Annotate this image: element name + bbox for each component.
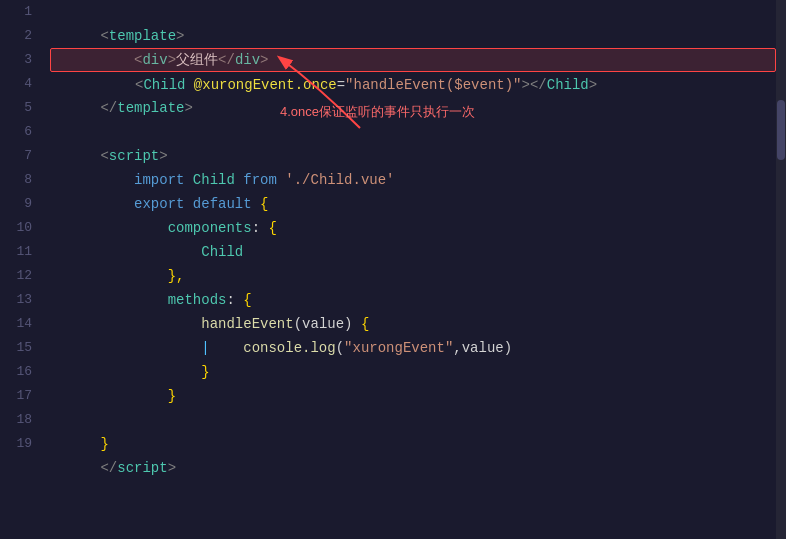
code-line-13: handleEvent(value) { — [50, 288, 776, 312]
line-num-6: 6 — [0, 120, 32, 144]
code-line-16: } — [50, 360, 776, 384]
code-line-19: </script> — [50, 432, 776, 456]
line-num-12: 12 — [0, 264, 32, 288]
editor-container: 1 2 3 4 5 6 7 8 9 10 11 12 13 14 15 16 1… — [0, 0, 786, 539]
line-num-11: 11 — [0, 240, 32, 264]
code-line-8: export default { — [50, 168, 776, 192]
line-num-8: 8 — [0, 168, 32, 192]
code-line-17 — [50, 384, 776, 408]
line-num-14: 14 — [0, 312, 32, 336]
code-line-2: <div>父组件</div> — [50, 24, 776, 48]
line-numbers: 1 2 3 4 5 6 7 8 9 10 11 12 13 14 15 16 1… — [0, 0, 40, 539]
code-line-10: Child — [50, 216, 776, 240]
scrollbar-thumb[interactable] — [777, 100, 785, 160]
line-num-18: 18 — [0, 408, 32, 432]
token: script — [117, 460, 167, 476]
line-num-16: 16 — [0, 360, 32, 384]
token: > — [168, 460, 176, 476]
line-num-1: 1 — [0, 0, 32, 24]
line-num-9: 9 — [0, 192, 32, 216]
line-num-17: 17 — [0, 384, 32, 408]
scrollbar[interactable] — [776, 0, 786, 539]
code-line-3: <Child @xurongEvent.once="handleEvent($e… — [50, 48, 776, 72]
code-line-9: components: { — [50, 192, 776, 216]
code-area: <template> <div>父组件</div> <Child @xurong… — [40, 0, 776, 539]
line-num-3: 3 — [0, 48, 32, 72]
code-line-7: import Child from './Child.vue' — [50, 144, 776, 168]
code-line-12: methods: { — [50, 264, 776, 288]
code-line-6: <script> — [50, 120, 776, 144]
code-line-5 — [50, 96, 776, 120]
token: </ — [100, 460, 117, 476]
code-line-15: } — [50, 336, 776, 360]
line-num-5: 5 — [0, 96, 32, 120]
code-line-14: | console.log("xurongEvent",value) — [50, 312, 776, 336]
line-num-10: 10 — [0, 216, 32, 240]
code-line-18: } — [50, 408, 776, 432]
code-line-11: }, — [50, 240, 776, 264]
code-line-1: <template> — [50, 0, 776, 24]
line-num-2: 2 — [0, 24, 32, 48]
line-num-15: 15 — [0, 336, 32, 360]
line-num-19: 19 — [0, 432, 32, 456]
line-num-13: 13 — [0, 288, 32, 312]
line-num-7: 7 — [0, 144, 32, 168]
code-line-4: </template> — [50, 72, 776, 96]
line-num-4: 4 — [0, 72, 32, 96]
